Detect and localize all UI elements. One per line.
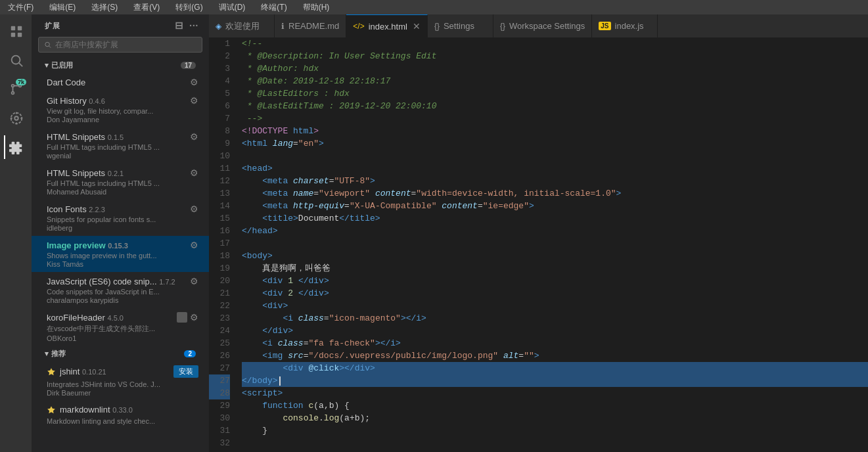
section-enabled[interactable]: ▾ 已启用 17 bbox=[32, 58, 209, 73]
gear-icon[interactable]: ⚙ bbox=[190, 312, 198, 323]
ext-author: Mohamed Abusaid bbox=[47, 188, 198, 196]
activity-explorer[interactable] bbox=[4, 20, 28, 43]
sidebar: 扩展 ⊟ ··· ▾ 已启用 17 Dart Code ⚙ Git bbox=[32, 14, 209, 452]
ext-author: Don Jayamanne bbox=[47, 116, 198, 124]
ext-desc: Full HTML tags including HTML5 ... bbox=[47, 179, 185, 187]
ext-avatar bbox=[177, 312, 187, 323]
install-button[interactable]: 安装 bbox=[173, 365, 198, 378]
ext-author: OBKoro1 bbox=[47, 334, 198, 342]
tab-label-welcome: 欢迎使用 bbox=[225, 20, 260, 32]
tab-label-workspace-settings: Workspace Settings bbox=[509, 21, 585, 31]
enabled-count: 17 bbox=[181, 62, 196, 69]
editor-content[interactable]: 12345 678910 1112131415 1617181920 21222… bbox=[209, 37, 868, 452]
activity-extensions[interactable] bbox=[4, 135, 28, 159]
search-input[interactable] bbox=[55, 40, 196, 49]
ext-desc: 在vscode中用于生成文件头部注... bbox=[47, 324, 185, 334]
ext-name: JavaScript (ES6) code snip... 1.7.2 bbox=[47, 277, 175, 286]
menu-item-terminal[interactable]: 终端(T) bbox=[258, 2, 289, 13]
tab-bar: ◈ 欢迎使用 ℹ README.md </> index.html ✕ {} S… bbox=[209, 14, 868, 37]
section-arrow-recommended: ▾ bbox=[45, 350, 49, 358]
svg-point-8 bbox=[12, 85, 14, 87]
gear-icon[interactable]: ⚙ bbox=[190, 131, 198, 142]
svg-marker-14 bbox=[47, 406, 55, 413]
activity-bar: 7k bbox=[0, 14, 32, 452]
menu-item-select[interactable]: 选择(S) bbox=[89, 2, 120, 13]
activity-debug[interactable] bbox=[4, 106, 28, 130]
svg-point-6 bbox=[12, 92, 14, 95]
gear-icon[interactable]: ⚙ bbox=[190, 77, 198, 87]
section-label-enabled: 已启用 bbox=[51, 60, 73, 70]
ext-desc: Snippets for popular icon fonts s... bbox=[47, 215, 185, 223]
gear-icon[interactable]: ⚙ bbox=[190, 95, 198, 106]
tab-workspace-settings[interactable]: {} Workspace Settings bbox=[493, 14, 592, 37]
menu-bar: 文件(F) 编辑(E) 选择(S) 查看(V) 转到(G) 调试(D) 终端(T… bbox=[0, 0, 868, 14]
svg-rect-1 bbox=[18, 26, 22, 30]
ext-markdownlint[interactable]: markdownlint 0.33.0 Markdown linting and… bbox=[32, 401, 209, 429]
search-icon bbox=[44, 41, 51, 49]
ext-dart-code[interactable]: Dart Code ⚙ bbox=[32, 73, 209, 91]
gear-icon[interactable]: ⚙ bbox=[190, 168, 198, 178]
section-arrow-enabled: ▾ bbox=[45, 61, 49, 70]
ext-html-snippets-1[interactable]: HTML Snippets 0.1.5 ⚙ Full HTML tags inc… bbox=[32, 127, 209, 164]
activity-search[interactable] bbox=[4, 49, 28, 72]
tab-icon-index-js: JS bbox=[599, 22, 610, 30]
tab-readme[interactable]: ℹ README.md bbox=[275, 14, 346, 37]
more-icon[interactable]: ··· bbox=[189, 20, 198, 32]
line-numbers: 12345 678910 1112131415 1617181920 21222… bbox=[209, 37, 235, 452]
gear-icon[interactable]: ⚙ bbox=[190, 240, 198, 250]
ext-icon-fonts[interactable]: Icon Fonts 2.2.3 ⚙ Snippets for popular … bbox=[32, 200, 209, 236]
ext-author: charalampos karypidis bbox=[47, 296, 198, 304]
ext-desc: Full HTML tags including HTML5 ... bbox=[47, 143, 185, 151]
svg-line-5 bbox=[19, 63, 22, 66]
sidebar-header-icons: ⊟ ··· bbox=[175, 20, 198, 32]
tab-settings[interactable]: {} Settings bbox=[428, 14, 493, 37]
ext-author: Dirk Baeumer bbox=[47, 389, 198, 397]
menu-item-file[interactable]: 文件(F) bbox=[5, 2, 36, 13]
tab-icon-index-html: </> bbox=[353, 22, 364, 31]
recommended-star-icon bbox=[47, 367, 56, 376]
ext-desc: Markdown linting and style chec... bbox=[47, 417, 185, 425]
svg-point-9 bbox=[14, 116, 18, 120]
menu-item-view[interactable]: 查看(V) bbox=[131, 2, 162, 13]
tab-label-settings: Settings bbox=[444, 21, 474, 31]
tab-label-readme: README.md bbox=[288, 21, 339, 31]
tab-icon-readme: ℹ bbox=[281, 22, 285, 31]
tab-close-index-html[interactable]: ✕ bbox=[413, 21, 421, 32]
activity-git[interactable]: 7k bbox=[4, 78, 28, 101]
extension-search-box[interactable] bbox=[38, 37, 202, 53]
tab-icon-welcome: ◈ bbox=[216, 22, 221, 31]
tab-index-js[interactable]: JS index.js bbox=[592, 14, 658, 37]
tab-welcome[interactable]: ◈ 欢迎使用 bbox=[209, 14, 275, 37]
menu-item-goto[interactable]: 转到(G) bbox=[173, 2, 205, 13]
menu-item-debug[interactable]: 调试(D) bbox=[216, 2, 248, 13]
ext-git-history[interactable]: Git History 0.4.6 ⚙ View git log, file h… bbox=[32, 91, 209, 127]
tab-icon-workspace-settings: {} bbox=[500, 22, 505, 31]
ext-image-preview[interactable]: Image preview 0.15.3 ⚙ Shows image previ… bbox=[32, 236, 209, 272]
gear-icon[interactable]: ⚙ bbox=[190, 276, 198, 286]
section-label-recommended: 推荐 bbox=[51, 349, 66, 359]
ext-name: koroFileHeader 4.5.0 bbox=[47, 313, 124, 323]
menu-item-edit[interactable]: 编辑(E) bbox=[47, 2, 78, 13]
ext-name: Icon Fonts 2.2.3 bbox=[47, 204, 105, 214]
tab-index-html[interactable]: </> index.html ✕ bbox=[346, 14, 428, 37]
svg-point-11 bbox=[45, 42, 49, 46]
code-area[interactable]: <!-- * @Description: In User Settings Ed… bbox=[235, 37, 868, 452]
filter-icon[interactable]: ⊟ bbox=[175, 20, 184, 32]
ext-jshint[interactable]: jshint 0.10.21 安装 Integrates JSHint into… bbox=[32, 361, 209, 401]
ext-desc: Code snippets for JavaScript in E... bbox=[47, 288, 185, 296]
ext-author: wgenial bbox=[47, 152, 198, 160]
ext-koro-file-header[interactable]: koroFileHeader 4.5.0 ⚙ 在vscode中用于生成文件头部注… bbox=[32, 308, 209, 346]
ext-js-es6[interactable]: JavaScript (ES6) code snip... 1.7.2 ⚙ Co… bbox=[32, 272, 209, 308]
editor-area: ◈ 欢迎使用 ℹ README.md </> index.html ✕ {} S… bbox=[209, 14, 868, 452]
gear-icon[interactable]: ⚙ bbox=[190, 204, 198, 214]
menu-item-help[interactable]: 帮助(H) bbox=[300, 2, 332, 13]
section-recommended[interactable]: ▾ 推荐 2 bbox=[32, 346, 209, 361]
ext-html-snippets-2[interactable]: HTML Snippets 0.2.1 ⚙ Full HTML tags inc… bbox=[32, 164, 209, 200]
svg-line-12 bbox=[49, 46, 51, 48]
tab-icon-settings: {} bbox=[434, 22, 440, 31]
ext-name: Image preview 0.15.3 bbox=[47, 240, 128, 250]
ext-name: markdownlint 0.33.0 bbox=[60, 405, 133, 415]
ext-author: Kiss Tamás bbox=[47, 260, 198, 268]
ext-desc: Shows image preview in the gutt... bbox=[47, 252, 185, 260]
sidebar-header: 扩展 ⊟ ··· bbox=[32, 14, 209, 34]
